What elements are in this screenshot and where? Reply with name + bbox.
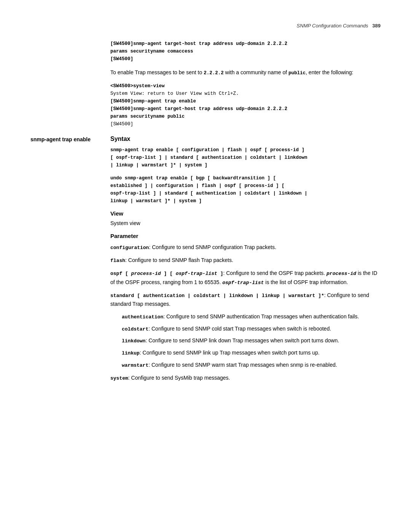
page-number: 389 xyxy=(372,23,381,29)
code-line-3: [SW4500] xyxy=(110,55,381,63)
scode-line-6: [SW4500] xyxy=(110,120,381,128)
parameter-title: Parameter xyxy=(110,233,381,239)
scode-line-1: <SW4500>system-view xyxy=(110,82,381,90)
sub-param-authentication: authentication: Configure to send SNMP a… xyxy=(122,312,381,321)
sub-param-linkdown: linkdown: Configure to send SNMP link do… xyxy=(122,336,381,345)
scode-line-5: params securityname public xyxy=(110,113,381,120)
section-content: Syntax snmp-agent trap enable [ configur… xyxy=(110,136,381,387)
syntax-title: Syntax xyxy=(110,136,381,142)
undo-line-4: linkup | warmstart ]* | system ] xyxy=(110,197,381,205)
sub-param-coldstart: coldstart: Configure to send SNMP cold s… xyxy=(122,324,381,334)
scode-line-2: System View: return to User View with Ct… xyxy=(110,90,381,97)
view-text: System view xyxy=(110,219,381,227)
header-italic: SNMP Configuration Commands xyxy=(296,23,368,29)
scode-line-3: [SW4500]snmp-agent trap enable xyxy=(110,97,381,105)
page-header: SNMP Configuration Commands 389 xyxy=(30,23,381,29)
undo-code-block: undo snmp-agent trap enable [ bgp [ back… xyxy=(110,174,381,205)
syntax-line-3: | linkup | warmstart ]* | system ] xyxy=(110,161,381,169)
undo-line-2: established ] | configuration | flash | … xyxy=(110,182,381,190)
view-title: View xyxy=(110,210,381,217)
undo-line-3: ospf-trap-list ] | standard [ authentica… xyxy=(110,190,381,197)
undo-line-1: undo snmp-agent trap enable [ bgp [ back… xyxy=(110,174,381,182)
sub-param-warmstart: warmstart: Configure to send SNMP warm s… xyxy=(122,361,381,370)
section-label: snmp-agent trap enable xyxy=(30,136,110,142)
main-section-row: snmp-agent trap enable Syntax snmp-agent… xyxy=(30,136,381,387)
param-standard: standard [ authentication | coldstart | … xyxy=(110,291,381,308)
syntax-code-block: snmp-agent trap enable [ configuration |… xyxy=(110,146,381,169)
second-code-block: <SW4500>system-view System View: return … xyxy=(110,82,381,128)
param-flash: flash: Configure to send SNMP flash Trap… xyxy=(110,256,381,265)
syntax-line-2: [ ospf-trap-list ] | standard [ authenti… xyxy=(110,154,381,161)
param-configuration: configuration: Configure to send SNMP co… xyxy=(110,243,381,252)
sub-param-linkup: linkup: Configure to send SNMP link up T… xyxy=(122,348,381,358)
param-ospf: ospf [ process-id ] [ ospf-trap-list ]: … xyxy=(110,269,381,287)
scode-line-4: [SW4500]snmp-agent target-host trap addr… xyxy=(110,105,381,113)
code-line-2: params securityname comaccess xyxy=(110,48,381,55)
top-code-block: [SW4500]snmp-agent target-host trap addr… xyxy=(110,40,381,63)
page: SNMP Configuration Commands 389 [SW4500]… xyxy=(0,0,411,413)
param-system: system: Configure to send SysMib trap me… xyxy=(110,374,381,383)
code-line-1: [SW4500]snmp-agent target-host trap addr… xyxy=(110,40,381,48)
intro-paragraph: To enable Trap messages to be sent to 2.… xyxy=(110,68,381,77)
syntax-line-1: snmp-agent trap enable [ configuration |… xyxy=(110,146,381,154)
